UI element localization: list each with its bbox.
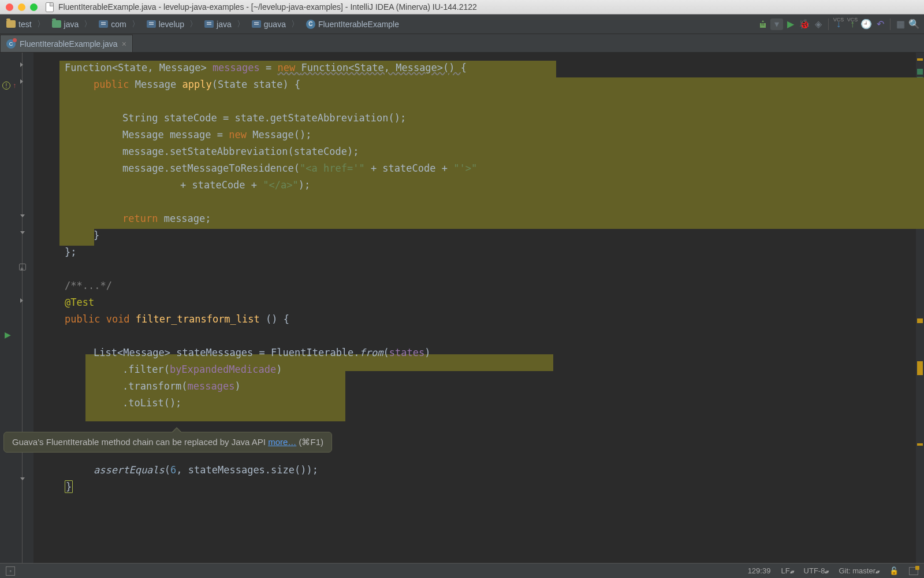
editor[interactable]: ! ↑ ▶ Function<State, Message> messages … — [0, 53, 924, 563]
package-icon — [204, 20, 214, 28]
fold-toggle[interactable] — [19, 476, 26, 483]
override-marker-icon[interactable]: ↑ — [13, 81, 16, 90]
close-window-button[interactable] — [6, 3, 13, 11]
status-bar: ▫ 129:39 LF▴▾ UTF-8▴▾ Git: master▴▾ 🔓 — [0, 563, 924, 578]
code-content[interactable]: Function<State, Message> messages = new … — [33, 53, 924, 563]
fold-toggle[interactable] — [19, 297, 26, 304]
caret-position[interactable]: 129:39 — [748, 566, 771, 575]
structure-button[interactable]: ▦ — [894, 18, 907, 31]
fold-toggle[interactable] — [19, 78, 26, 85]
readonly-lock-icon[interactable]: 🔓 — [889, 566, 899, 575]
compile-button[interactable]: 01 — [757, 18, 769, 31]
package-icon — [147, 20, 156, 28]
warning-gutter-icon[interactable]: ! — [2, 81, 10, 90]
fold-toggle[interactable] — [19, 213, 26, 220]
undo-button[interactable]: ↶ — [874, 18, 886, 31]
crumb-class[interactable]: CFluentIterableExample — [303, 18, 402, 30]
crumb-com[interactable]: com〉 — [96, 18, 142, 31]
crumb-java-pkg[interactable]: java〉 — [202, 18, 248, 31]
editor-tab[interactable]: C FluentIterableExample.java × — [0, 35, 133, 52]
gutter[interactable]: ! ↑ ▶ — [0, 53, 33, 563]
git-branch[interactable]: Git: master▴▾ — [839, 566, 879, 575]
run-test-gutter-icon[interactable]: ▶ — [5, 330, 11, 339]
crumb-guava[interactable]: guava〉 — [249, 18, 302, 31]
inspection-more-link[interactable]: more… — [268, 437, 296, 447]
file-encoding[interactable]: UTF-8▴▾ — [804, 566, 829, 575]
tab-label: FluentIterableExample.java — [20, 39, 118, 49]
line-separator[interactable]: LF▴▾ — [781, 566, 793, 575]
crumb-levelup[interactable]: levelup〉 — [144, 18, 200, 31]
coverage-button[interactable]: ◈ — [812, 18, 825, 31]
macos-titlebar: FluentIterableExample.java - levelup-jav… — [0, 0, 924, 14]
maximize-window-button[interactable] — [30, 3, 38, 11]
minimize-window-button[interactable] — [18, 3, 25, 11]
window-controls[interactable] — [6, 3, 38, 11]
java-class-icon: C — [6, 39, 16, 49]
search-everywhere-button[interactable]: 🔍 — [908, 18, 921, 31]
vcs-commit-button[interactable]: VCS↑ — [846, 18, 859, 31]
document-icon — [46, 2, 54, 12]
vcs-history-button[interactable]: 🕘 — [860, 18, 873, 31]
run-button[interactable]: ▶ — [784, 18, 797, 31]
crumb-test[interactable]: test〉 — [3, 18, 48, 31]
navigation-bar: test〉 java〉 com〉 levelup〉 java〉 guava〉 C… — [0, 14, 924, 34]
window-title: FluentIterableExample.java - levelup-jav… — [58, 2, 477, 12]
crumb-java-src[interactable]: java〉 — [49, 18, 95, 31]
run-config-dropdown[interactable]: ▾ — [770, 18, 783, 31]
package-icon — [99, 20, 108, 28]
close-tab-button[interactable]: × — [122, 39, 126, 49]
folder-icon — [6, 20, 16, 28]
inspections-indicator[interactable] — [909, 567, 918, 575]
fold-toggle[interactable] — [19, 230, 26, 237]
source-folder-icon — [52, 20, 61, 28]
fold-expand[interactable] — [19, 264, 26, 271]
vcs-update-button[interactable]: VCS↓ — [832, 18, 845, 31]
tool-windows-button[interactable]: ▫ — [6, 566, 15, 576]
debug-button[interactable]: 🐞 — [798, 18, 811, 31]
package-icon — [252, 20, 261, 28]
class-icon: C — [306, 20, 315, 29]
inspection-tooltip: Guava's FluentIterable method chain can … — [3, 432, 332, 453]
svg-text:01: 01 — [761, 23, 765, 26]
fold-toggle[interactable] — [19, 61, 26, 68]
editor-tabbar: C FluentIterableExample.java × — [0, 34, 924, 53]
